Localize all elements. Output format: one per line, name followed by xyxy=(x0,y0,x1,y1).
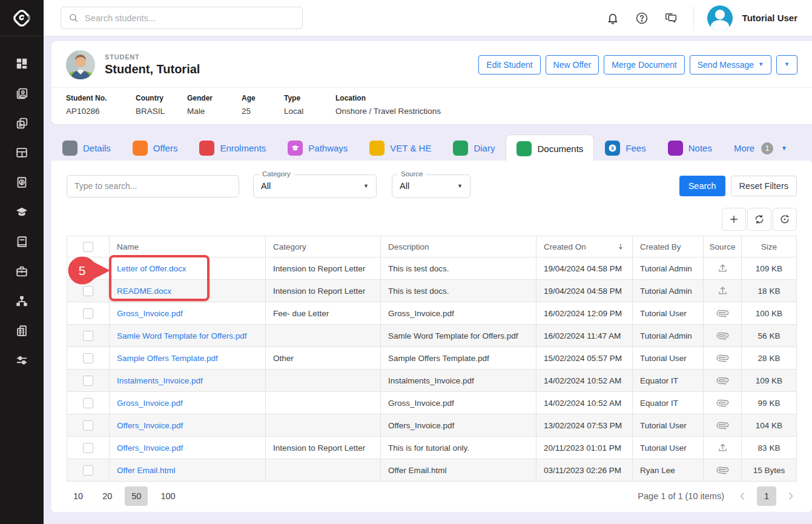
button-label: Send Message xyxy=(698,60,754,70)
copy-documents-icon[interactable] xyxy=(15,116,29,130)
tab-notes[interactable]: Notes xyxy=(657,134,723,161)
global-search-input[interactable] xyxy=(85,13,295,23)
tab-pathways[interactable]: Pathways xyxy=(277,134,358,161)
row-checkbox[interactable] xyxy=(83,308,93,319)
app-logo[interactable] xyxy=(0,0,44,36)
column-header-source[interactable]: Source xyxy=(704,236,742,257)
next-page-icon[interactable] xyxy=(785,490,797,502)
column-header-label: Created By xyxy=(640,242,681,251)
edit-student-button[interactable]: Edit Student xyxy=(478,55,540,75)
row-checkbox[interactable] xyxy=(83,443,93,453)
document-link[interactable]: Letter of Offer.docx xyxy=(117,264,186,273)
row-checkbox[interactable] xyxy=(83,331,93,341)
previous-page-icon[interactable] xyxy=(736,490,748,502)
column-header-created_by[interactable]: Created By xyxy=(633,236,704,257)
page-size-10[interactable]: 10 xyxy=(67,486,90,506)
sort-descending-icon[interactable] xyxy=(616,242,625,251)
chevron-down-icon: ▼ xyxy=(781,145,787,151)
help-circle-icon[interactable] xyxy=(635,12,649,25)
row-checkbox[interactable] xyxy=(83,420,93,431)
tab-documents[interactable]: Documents xyxy=(506,134,594,162)
row-checkbox[interactable] xyxy=(83,465,93,476)
description-cell: Gross_Invoice.pdf xyxy=(381,392,536,414)
source-cell xyxy=(704,437,742,459)
document-link[interactable]: Samle Word Template for Offers.pdf xyxy=(117,331,247,340)
graduation-cap-icon[interactable] xyxy=(15,205,29,219)
layout-icon[interactable] xyxy=(15,145,29,160)
row-checkbox[interactable] xyxy=(83,286,93,296)
tab-details[interactable]: Details xyxy=(51,134,122,161)
document-link[interactable]: Offers_Invoice.pdf xyxy=(117,443,183,453)
row-checkbox[interactable] xyxy=(83,398,93,408)
reset-filters-button[interactable]: Reset Filters xyxy=(731,176,797,196)
document-link[interactable]: Gross_Invoice.pdf xyxy=(117,399,183,408)
column-header-created_on[interactable]: Created On xyxy=(536,236,633,257)
dashboard-icon[interactable] xyxy=(15,56,29,71)
document-link[interactable]: README.docx xyxy=(117,287,171,296)
tab-enrolments[interactable]: Enrolments xyxy=(188,134,277,161)
document-link[interactable]: Offers_Invoice.pdf xyxy=(117,421,183,430)
row-select-cell xyxy=(67,370,110,391)
document-link[interactable]: Offer Email.html xyxy=(117,466,176,475)
chat-icon[interactable] xyxy=(664,12,678,25)
table-row: Samle Word Template for Offers.pdfSamle … xyxy=(67,325,796,347)
pathways-tab-icon xyxy=(288,141,303,156)
global-search[interactable] xyxy=(61,7,303,29)
document-link[interactable]: Gross_Invoice.pdf xyxy=(117,309,183,318)
column-header-description[interactable]: Description xyxy=(381,236,536,257)
table-row: Instalments_Invoice.pdfInstalments_Invoi… xyxy=(67,370,796,392)
page-size-20[interactable]: 20 xyxy=(96,486,119,506)
settings-sliders-icon[interactable] xyxy=(15,353,29,368)
row-checkbox[interactable] xyxy=(83,376,93,386)
source-cell xyxy=(704,257,742,279)
notification-bell-icon[interactable] xyxy=(606,12,619,25)
page-number-button[interactable]: 1 xyxy=(757,486,776,506)
contacts-icon[interactable] xyxy=(15,86,29,101)
category-select[interactable]: Category All ▼ xyxy=(253,174,377,198)
tab-fees[interactable]: $Fees xyxy=(594,134,656,161)
document-link[interactable]: Instalments_Invoice.pdf xyxy=(117,376,203,385)
tab-diary[interactable]: Diary xyxy=(442,134,506,161)
column-header-size[interactable]: Size xyxy=(742,236,796,257)
tab-label: Offers xyxy=(153,143,178,153)
new-offer-button[interactable]: New Offer xyxy=(546,55,599,75)
more-actions-button[interactable]: ▼ xyxy=(776,55,797,75)
row-checkbox[interactable] xyxy=(83,264,93,274)
network-icon[interactable] xyxy=(15,294,29,308)
column-header-label: Size xyxy=(761,242,777,251)
student-field-type: TypeLocal xyxy=(284,94,335,116)
briefcase-icon[interactable] xyxy=(15,264,29,279)
page-size-50[interactable]: 50 xyxy=(125,486,148,506)
page-size-100[interactable]: 100 xyxy=(154,486,182,506)
history-button[interactable] xyxy=(773,208,797,231)
refresh-button[interactable] xyxy=(747,208,771,231)
document-search-input[interactable] xyxy=(67,175,239,197)
document-link[interactable]: Sample Offers Template.pdf xyxy=(117,354,218,363)
field-label: Student No. xyxy=(66,94,136,102)
row-checkbox[interactable] xyxy=(83,353,93,363)
book-icon[interactable] xyxy=(15,234,29,249)
select-all-checkbox[interactable] xyxy=(83,242,93,252)
user-menu[interactable]: Tutorial User xyxy=(707,5,797,31)
search-button[interactable]: Search xyxy=(679,176,725,196)
add-button[interactable] xyxy=(722,208,746,231)
tab-more[interactable]: More1▼ xyxy=(723,134,798,161)
paperclip-icon xyxy=(717,353,728,364)
building-icon[interactable] xyxy=(15,323,29,338)
column-header-name[interactable]: Name xyxy=(110,236,266,257)
column-header-category[interactable]: Category xyxy=(266,236,381,257)
tab-offers[interactable]: Offers xyxy=(122,134,189,161)
tab-vet-he[interactable]: VET & HE xyxy=(358,134,442,161)
merge-document-button[interactable]: Merge Document xyxy=(604,55,684,75)
name-cell: Samle Word Template for Offers.pdf xyxy=(110,325,266,347)
details-tab-icon xyxy=(62,141,78,156)
source-cell xyxy=(704,280,742,302)
bank-invoice-icon[interactable] xyxy=(15,175,29,190)
send-message-button[interactable]: Send Message▼ xyxy=(690,55,771,75)
name-cell: Gross_Invoice.pdf xyxy=(110,302,266,324)
fees-tab-icon: $ xyxy=(605,141,620,156)
source-select[interactable]: Source All ▼ xyxy=(392,174,470,198)
created-on-cell: 16/02/2024 11:47 AM xyxy=(536,325,633,347)
tab-label: Enrolments xyxy=(220,143,266,153)
description-cell: This is test docs. xyxy=(381,280,536,302)
